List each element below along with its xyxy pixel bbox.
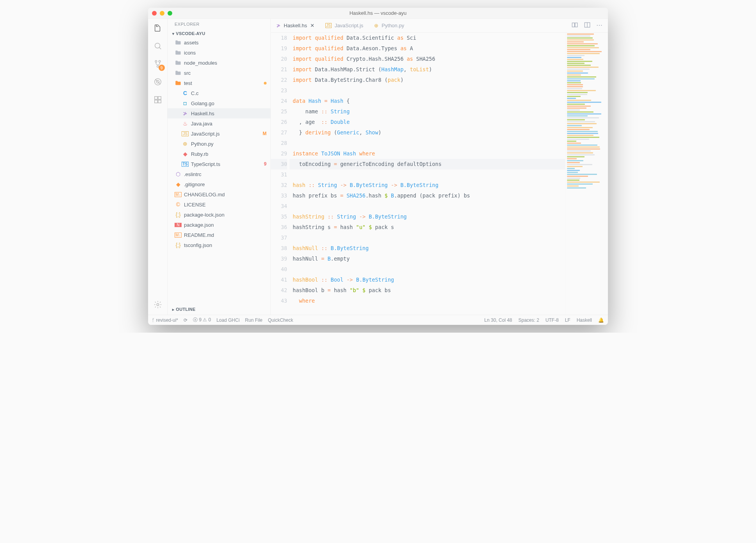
language-mode[interactable]: Haskell xyxy=(577,317,592,323)
outline-section[interactable]: ▸ OUTLINE xyxy=(168,305,270,315)
window-title: Haskell.hs — vscode-ayu xyxy=(350,10,407,16)
file-label: README.md xyxy=(184,232,214,238)
tab-label: Haskell.hs xyxy=(284,23,307,28)
indent-setting[interactable]: Spaces: 2 xyxy=(518,317,539,323)
tab-file-icon: JS xyxy=(325,23,332,28)
file-label: Golang.go xyxy=(191,100,214,106)
file-label: icons xyxy=(184,50,196,56)
tab-label: Python.py xyxy=(382,23,404,28)
source-control-icon[interactable]: 9 xyxy=(152,58,163,69)
gear-icon[interactable] xyxy=(152,299,163,310)
search-icon[interactable] xyxy=(152,41,163,51)
svg-rect-11 xyxy=(572,23,574,27)
file-label: assets xyxy=(184,40,199,46)
task-run-file[interactable]: Run File xyxy=(245,317,263,323)
file-label: package.json xyxy=(184,222,214,228)
file-item[interactable]: {;}package-lock.json xyxy=(168,210,270,220)
tab-python-py[interactable]: ⊕Python.py xyxy=(369,19,410,32)
folder-item[interactable]: icons xyxy=(168,48,270,58)
file-icon: JS xyxy=(182,131,189,136)
file-item[interactable]: ©LICENSE xyxy=(168,199,270,210)
editor-body[interactable]: 1819202122232425262728293031323334353637… xyxy=(271,33,608,315)
traffic-lights xyxy=(152,11,172,16)
more-icon[interactable]: ⋯ xyxy=(596,21,602,30)
close-tab-icon[interactable]: ✕ xyxy=(310,23,314,28)
cursor-position[interactable]: Ln 30, Col 48 xyxy=(484,317,512,323)
debug-icon[interactable] xyxy=(152,76,163,87)
file-item[interactable]: ◘Golang.go xyxy=(168,98,270,108)
file-label: TypeScript.ts xyxy=(191,161,220,167)
file-item[interactable]: ≯Haskell.hs xyxy=(168,108,270,118)
extensions-icon[interactable] xyxy=(152,94,163,105)
file-item[interactable]: ⊕Python.py xyxy=(168,139,270,149)
file-label: package-lock.json xyxy=(184,212,224,218)
file-icon: ⊕ xyxy=(182,141,189,147)
task-quickcheck[interactable]: QuickCheck xyxy=(268,317,293,323)
statusbar: ᚶ revised-ui* ⟳ ⓧ 9 ⚠ 0 Load GHCi Run Fi… xyxy=(148,315,608,325)
task-load-ghci[interactable]: Load GHCi xyxy=(216,317,239,323)
file-item[interactable]: M↓CHANGELOG.md xyxy=(168,189,270,199)
file-item[interactable]: CC.c xyxy=(168,88,270,98)
file-item[interactable]: {;}tsconfig.json xyxy=(168,240,270,250)
minimize-icon[interactable] xyxy=(160,11,164,16)
svg-point-2 xyxy=(159,60,161,62)
file-icon: ⬡ xyxy=(175,171,182,177)
file-icon: N xyxy=(175,223,182,227)
folder-item[interactable]: assets xyxy=(168,37,270,48)
svg-rect-7 xyxy=(158,97,161,99)
file-item[interactable]: ⬡.eslintrc xyxy=(168,169,270,179)
file-label: LICENSE xyxy=(184,202,206,208)
section-title[interactable]: ▾ VSCODE-AYU xyxy=(168,30,270,37)
scm-badge: 9 xyxy=(159,65,165,71)
folder-item[interactable]: node_modules xyxy=(168,58,270,68)
file-icon: TS xyxy=(182,162,189,167)
tab-label: JavaScript.js xyxy=(335,23,364,28)
file-icon: ♨ xyxy=(182,120,189,127)
code[interactable]: import qualified Data.Scientific as Scii… xyxy=(293,33,565,315)
file-icon: ◆ xyxy=(175,181,182,187)
maximize-icon[interactable] xyxy=(168,11,172,16)
folder-item[interactable]: test xyxy=(168,78,270,88)
activity-bar: 9 xyxy=(148,19,168,315)
explorer-icon[interactable] xyxy=(152,23,163,33)
eol[interactable]: LF xyxy=(565,317,571,323)
tab-file-icon: ⊕ xyxy=(374,23,378,28)
file-label: Ruby.rb xyxy=(191,151,208,157)
sync-icon[interactable]: ⟳ xyxy=(184,317,187,323)
problems-indicator[interactable]: ⓧ 9 ⚠ 0 xyxy=(193,317,211,323)
file-item[interactable]: ♨Java.java xyxy=(168,118,270,129)
file-item[interactable]: JSJavaScript.jsM xyxy=(168,129,270,139)
bell-icon[interactable]: 🔔 xyxy=(598,317,604,323)
editor-area: ≯Haskell.hs✕JSJavaScript.js⊕Python.py⋯ 1… xyxy=(271,19,608,315)
file-label: .gitignore xyxy=(184,182,205,187)
folder-item[interactable]: src xyxy=(168,68,270,78)
svg-rect-12 xyxy=(575,23,578,27)
file-label: Python.py xyxy=(191,141,214,147)
file-icon: {;} xyxy=(175,212,182,218)
compare-icon[interactable] xyxy=(571,21,578,30)
file-label: Haskell.hs xyxy=(191,111,214,116)
file-item[interactable]: Npackage.json xyxy=(168,220,270,230)
branch-indicator[interactable]: ᚶ revised-ui* xyxy=(152,317,178,323)
svg-rect-9 xyxy=(158,100,161,103)
minimap[interactable] xyxy=(565,33,608,315)
file-icon: ≯ xyxy=(182,110,189,116)
close-icon[interactable] xyxy=(152,11,157,16)
file-item[interactable]: TSTypeScript.ts9 xyxy=(168,159,270,169)
encoding[interactable]: UTF-8 xyxy=(546,317,559,323)
tab-haskell-hs[interactable]: ≯Haskell.hs✕ xyxy=(271,19,320,32)
split-editor-icon[interactable] xyxy=(584,21,591,30)
svg-point-1 xyxy=(155,60,157,62)
folder-open-icon xyxy=(175,80,182,86)
folder-icon xyxy=(175,50,182,55)
sidebar: EXPLORER ▾ VSCODE-AYU assetsiconsnode_mo… xyxy=(168,19,271,315)
file-item[interactable]: M↓README.md xyxy=(168,230,270,240)
svg-rect-6 xyxy=(154,97,157,99)
file-item[interactable]: ◆Ruby.rb xyxy=(168,149,270,159)
tab-javascript-js[interactable]: JSJavaScript.js xyxy=(320,19,369,32)
error-count-badge: 9 xyxy=(264,161,267,167)
gutter: 1819202122232425262728293031323334353637… xyxy=(271,33,293,315)
file-item[interactable]: ◆.gitignore xyxy=(168,179,270,189)
folder-icon xyxy=(175,60,182,65)
folder-icon xyxy=(175,40,182,45)
